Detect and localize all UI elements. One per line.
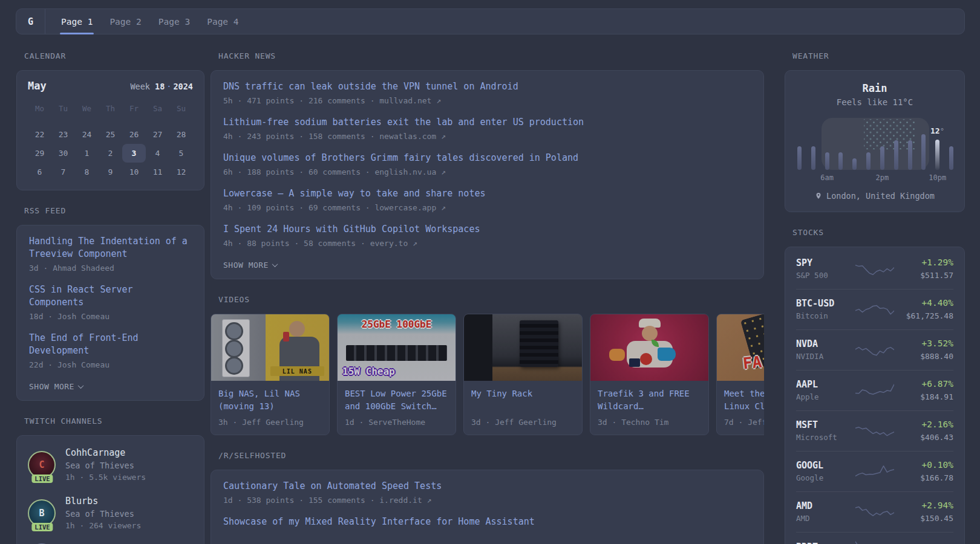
tab-page-2[interactable]: Page 2 [101, 9, 149, 34]
reddit-item-title[interactable]: Showcase of my Mixed Reality Interface f… [223, 516, 751, 528]
rss-item-meta: 3d · Ahmad Shadeed [29, 262, 192, 274]
hn-item-title[interactable]: DNS traffic can leak outside the VPN tun… [223, 80, 751, 93]
rss-item-title[interactable]: The End of Front-End Development [29, 332, 192, 357]
thumb-shape [279, 337, 319, 381]
video-title[interactable]: BEST Low Power 25GbE and 100GbE Switch… [345, 387, 448, 413]
hn-meta-text: 4h · 109 points · 69 comments · [223, 203, 370, 212]
video-title[interactable]: Big NAS, Lil NAS (moving 13) [218, 387, 322, 413]
tab-page-1[interactable]: Page 1 [53, 9, 101, 34]
stock-symbol: SPY [796, 257, 852, 269]
stock-row[interactable]: AAPL Apple +6.87% $184.91 [796, 370, 953, 410]
stock-sparkline [855, 423, 894, 439]
reddit-item-title[interactable]: Cautionary Tale on Automated Speed Tests [223, 480, 751, 493]
stock-name: Google [796, 473, 852, 484]
reddit-meta-text: 1d · 538 points · 155 comments · [223, 496, 374, 505]
stock-id: AMD AMD [796, 500, 852, 524]
stock-row[interactable]: SPY S&P 500 +1.29% $511.57 [796, 249, 953, 289]
thumb-shape [283, 332, 289, 342]
stock-name: S&P 500 [796, 270, 852, 281]
thumb-shape [642, 326, 658, 341]
stock-sparkline [855, 464, 894, 479]
stock-row[interactable]: BTC-USD Bitcoin +4.40% $61,725.48 [796, 289, 953, 329]
hn-source-link[interactable]: newatlas.com ↗ [379, 132, 446, 141]
video-thumbnail: FA [717, 314, 764, 381]
stock-sparkline [855, 342, 894, 358]
video-title[interactable]: Meet the Linux Clu [724, 387, 764, 413]
calendar-day: 11 [146, 163, 169, 181]
reddit-source-link[interactable]: i.redd.it ↗ [379, 496, 431, 505]
stock-row[interactable]: NVDA NVIDIA +3.52% $888.40 [796, 329, 953, 370]
hn-source-link[interactable]: lowercase.app ↗ [374, 203, 445, 212]
tab-page-4[interactable]: Page 4 [198, 9, 247, 34]
calendar-day: 12 [169, 163, 193, 181]
thumb-shape [640, 353, 652, 365]
video-meta: 3d · Jeff Geerling [471, 418, 575, 427]
hn-item-meta: 4h · 243 points · 158 comments · newatla… [223, 131, 751, 142]
hn-show-more[interactable]: SHOW MORE [223, 261, 277, 270]
twitch-channel-info: Blurbs Sea of Thieves 1h · 264 viewers [65, 495, 141, 531]
rss-item: The End of Front-End Development 22d · J… [29, 332, 192, 371]
rss-item-title[interactable]: Handling The Indentation of a Treeview C… [29, 235, 192, 261]
stock-row[interactable]: AMD AMD +2.94% $150.45 [796, 491, 953, 532]
calendar-weekday: Fr [122, 102, 146, 115]
twitch-channel-info: CohhCarnage Sea of Thieves 1h · 5.5k vie… [65, 447, 146, 483]
reddit-item: Showcase of my Mixed Reality Interface f… [223, 516, 751, 528]
calendar-day: 6 [28, 163, 51, 181]
stock-name: NVIDIA [796, 351, 852, 362]
twitch-channel-row[interactable]: B LIVE Blurbs Sea of Thieves 1h · 264 vi… [28, 495, 193, 531]
calendar-week-label: Week [130, 82, 150, 91]
video-card[interactable]: Traefik 3 and FREE Wildcard… 3d · Techno… [590, 314, 709, 435]
video-thumbnail: LIL NAS [211, 314, 329, 381]
video-title[interactable]: Traefik 3 and FREE Wildcard… [598, 387, 701, 413]
tab-page-3[interactable]: Page 3 [150, 9, 198, 34]
stock-row[interactable]: GOOGL Google +0.10% $166.78 [796, 451, 953, 491]
thumb-shape [658, 348, 676, 361]
rss-item-title[interactable]: CSS in React Server Components [29, 283, 192, 309]
rss-item: CSS in React Server Components 18d · Jos… [29, 283, 192, 322]
hn-item-title[interactable]: Unique volumes of Brothers Grimm fairy t… [223, 152, 751, 164]
video-thumbnail [464, 314, 582, 381]
thumb-caption: LIL NAS [270, 366, 325, 376]
hn-item-meta: 4h · 88 points · 58 comments · every.to … [223, 238, 751, 249]
thumb-shape [740, 314, 764, 369]
rss-show-more[interactable]: SHOW MORE [29, 382, 83, 391]
stock-name: Microsoft [796, 432, 852, 443]
video-card[interactable]: FA Meet the Linux Clu 7d · Jeff Geerling [716, 314, 764, 435]
stock-id: GOOGL Google [796, 459, 852, 484]
calendar-header: May Week 18·2024 [28, 80, 193, 92]
calendar-day: 24 [75, 125, 99, 144]
twitch-viewers: 1h · 264 viewers [65, 520, 141, 531]
weather-condition: Rain [797, 82, 952, 95]
hackernews-section-label: HACKER NEWS [218, 51, 764, 60]
twitch-avatar-wrap: B LIVE [28, 499, 57, 527]
weather-feels-like: Feels like 11°C [797, 96, 952, 108]
video-meta: 3d · Techno Tim [598, 418, 701, 427]
thumb-shape [225, 322, 243, 340]
video-meta: 1d · ServeTheHome [345, 418, 448, 427]
hn-item-title[interactable]: Lowercase – A simple way to take and sha… [223, 187, 751, 200]
stock-row[interactable]: RDDT -1.65% [796, 532, 953, 544]
location-pin-icon [815, 192, 822, 199]
stock-price: $406.43 [898, 432, 953, 443]
video-title[interactable]: My Tiny Rack [471, 387, 575, 413]
hn-source-link[interactable]: mullvad.net ↗ [379, 96, 441, 105]
thumb-shape [627, 341, 673, 368]
weather-bar [811, 146, 815, 170]
hn-source-link[interactable]: english.nv.ua ↗ [374, 167, 445, 176]
twitch-channel-row[interactable]: C LIVE CohhCarnage Sea of Thieves 1h · 5… [28, 447, 193, 483]
stock-price: $511.57 [898, 270, 953, 281]
calendar-day: 27 [146, 125, 169, 144]
video-card[interactable]: 25GbE 100GbE 15W Cheap BEST Low Power 25… [337, 314, 456, 435]
hn-item: DNS traffic can leak outside the VPN tun… [223, 80, 751, 106]
video-card[interactable]: LIL NAS Big NAS, Lil NAS (moving 13) 3h … [211, 314, 330, 435]
hn-item-title[interactable]: I Spent 24 Hours with GitHub Copilot Wor… [223, 223, 751, 236]
app-logo[interactable]: G [16, 9, 45, 34]
stock-price: $184.91 [898, 392, 953, 403]
hn-item-title[interactable]: Lithium-free sodium batteries exit the l… [223, 116, 751, 129]
stock-price: $166.78 [898, 473, 953, 484]
hn-meta-text: 6h · 188 points · 60 comments · [223, 167, 370, 176]
video-card[interactable]: My Tiny Rack 3d · Jeff Geerling [463, 314, 583, 435]
hn-source-link[interactable]: every.to ↗ [370, 239, 417, 248]
calendar-day: 7 [51, 163, 75, 181]
stock-row[interactable]: MSFT Microsoft +2.16% $406.43 [796, 410, 953, 451]
